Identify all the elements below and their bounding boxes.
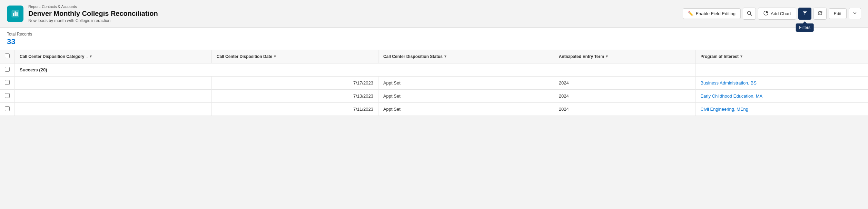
chart-icon	[763, 10, 769, 17]
row-date: 7/17/2023	[211, 77, 378, 90]
sort-icon[interactable]: ↓	[86, 54, 88, 59]
row-program: Civil Engineering, MEng	[696, 103, 868, 116]
table-row: 7/17/2023 Appt Set 2024 Business Adminis…	[0, 77, 868, 90]
group-checkbox[interactable]	[5, 67, 10, 72]
row-date: 7/11/2023	[211, 103, 378, 116]
row-program: Early Childhood Education, MA	[696, 90, 868, 103]
chevron-down-icon	[852, 11, 857, 17]
header-text: Report: Contacts & Accounts Denver Month…	[28, 4, 158, 23]
row-checkbox-cell	[0, 90, 15, 103]
header-bar: Report: Contacts & Accounts Denver Month…	[0, 0, 868, 28]
total-records-value: 33	[7, 37, 861, 46]
col-date: Call Center Disposition Date ▾	[211, 50, 378, 63]
row-entry-term: 2024	[554, 103, 696, 116]
row-status: Appt Set	[378, 90, 554, 103]
filters-tooltip: Filters	[796, 23, 814, 32]
row-entry-term: 2024	[554, 90, 696, 103]
row-status: Appt Set	[378, 103, 554, 116]
header-actions: ✏️ Enable Field Editing Add Chart	[683, 8, 861, 20]
row-checkbox[interactable]	[5, 93, 10, 98]
edit-button[interactable]: Edit	[829, 8, 847, 19]
stats-bar: Total Records 33	[0, 28, 868, 50]
row-program-link[interactable]: Early Childhood Education, MA	[700, 93, 762, 99]
search-button[interactable]	[743, 8, 756, 20]
row-date: 7/13/2023	[211, 90, 378, 103]
report-icon	[10, 9, 20, 19]
search-icon	[747, 10, 752, 17]
table-row: 7/13/2023 Appt Set 2024 Early Childhood …	[0, 90, 868, 103]
row-program-link[interactable]: Business Administration, BS	[700, 80, 757, 86]
group-row-success: Success (20)	[0, 63, 868, 77]
report-subtitle: New leads by month with Collegis interac…	[28, 18, 158, 23]
add-chart-button[interactable]: Add Chart	[758, 8, 796, 20]
table-header: Call Center Disposition Category ↓ ▾ Cal…	[0, 50, 868, 63]
svg-rect-3	[17, 12, 18, 16]
filter-button[interactable]	[798, 8, 811, 20]
col-program: Program of Interest ▾	[696, 50, 868, 63]
col-date-filter-icon[interactable]: ▾	[274, 54, 276, 59]
row-program-link[interactable]: Civil Engineering, MEng	[700, 107, 748, 112]
row-checkbox[interactable]	[5, 106, 10, 111]
table-body: Success (20) 7/17/2023 Appt Set 2024 Bus…	[0, 63, 868, 116]
group-label-cell: Success (20)	[15, 63, 696, 77]
edit-label: Edit	[834, 11, 841, 16]
svg-line-5	[750, 14, 752, 16]
total-records-label: Total Records	[7, 32, 861, 37]
table-wrapper: Call Center Disposition Category ↓ ▾ Cal…	[0, 50, 868, 116]
svg-rect-2	[14, 11, 16, 16]
col-program-filter-icon[interactable]: ▾	[740, 54, 742, 59]
select-all-column	[0, 50, 15, 63]
add-chart-label: Add Chart	[771, 11, 791, 16]
col-entry-term-label: Anticipated Entry Term	[559, 54, 604, 59]
group-checkbox-cell	[0, 63, 15, 77]
svg-rect-1	[13, 13, 14, 16]
data-table: Call Center Disposition Category ↓ ▾ Cal…	[0, 50, 868, 116]
group-empty-cell	[696, 63, 868, 77]
row-checkbox[interactable]	[5, 80, 10, 85]
report-title: Denver Monthly Collegis Reconciliation	[28, 9, 158, 18]
refresh-button[interactable]	[813, 8, 827, 20]
col-program-label: Program of Interest	[700, 54, 739, 59]
enable-field-editing-label: Enable Field Editing	[696, 11, 736, 16]
pencil-icon: ✏️	[688, 11, 693, 16]
table-row: 7/11/2023 Appt Set 2024 Civil Engineerin…	[0, 103, 868, 116]
row-category	[15, 90, 212, 103]
col-status-filter-icon[interactable]: ▾	[444, 54, 446, 59]
row-checkbox-cell	[0, 77, 15, 90]
col-status: Call Center Disposition Status ▾	[378, 50, 554, 63]
row-category	[15, 103, 212, 116]
col-category: Call Center Disposition Category ↓ ▾	[15, 50, 212, 63]
row-checkbox-cell	[0, 103, 15, 116]
more-actions-button[interactable]	[849, 8, 861, 19]
col-status-label: Call Center Disposition Status	[383, 54, 443, 59]
col-category-filter-icon[interactable]: ▾	[90, 54, 92, 59]
app-icon	[7, 6, 23, 22]
filter-tooltip-wrapper: Filters	[798, 8, 811, 20]
row-entry-term: 2024	[554, 77, 696, 90]
col-category-label: Call Center Disposition Category	[20, 54, 84, 59]
filter-icon	[802, 10, 808, 17]
header-left: Report: Contacts & Accounts Denver Month…	[7, 4, 158, 23]
col-date-label: Call Center Disposition Date	[217, 54, 272, 59]
row-program: Business Administration, BS	[696, 77, 868, 90]
refresh-icon	[817, 10, 823, 17]
row-category	[15, 77, 212, 90]
group-label: Success (20)	[20, 67, 47, 72]
select-all-checkbox[interactable]	[5, 53, 10, 58]
col-entry-term-filter-icon[interactable]: ▾	[606, 54, 608, 59]
header-row: Call Center Disposition Category ↓ ▾ Cal…	[0, 50, 868, 63]
report-label: Report: Contacts & Accounts	[28, 4, 158, 9]
enable-field-editing-button[interactable]: ✏️ Enable Field Editing	[683, 8, 741, 19]
col-entry-term: Anticipated Entry Term ▾	[554, 50, 696, 63]
row-status: Appt Set	[378, 77, 554, 90]
